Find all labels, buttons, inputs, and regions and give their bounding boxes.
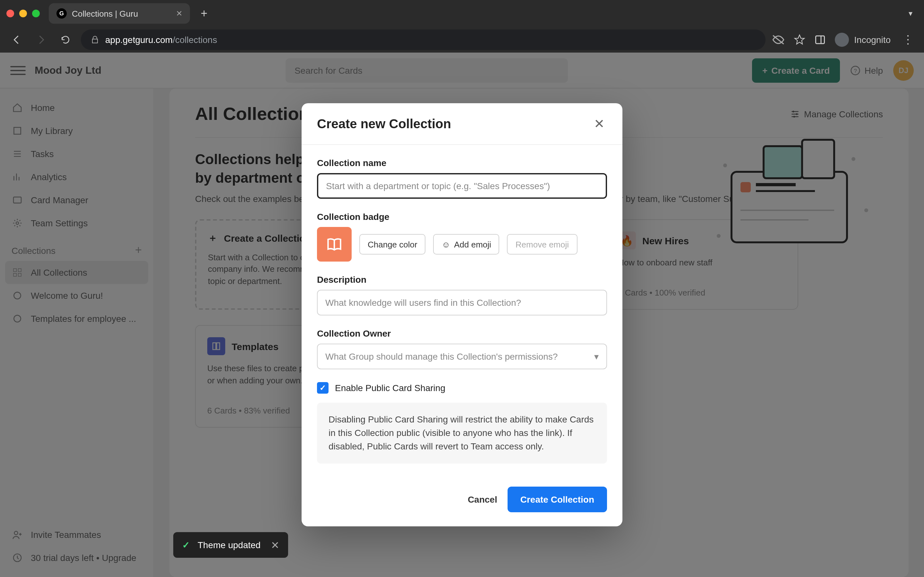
close-window-icon[interactable] [6,10,14,17]
incognito-label: Incognito [854,35,891,45]
guru-favicon-icon: G [57,8,67,19]
check-icon: ✓ [182,540,190,550]
panel-icon[interactable] [814,34,826,45]
change-color-button[interactable]: Change color [359,234,426,255]
book-open-icon [326,236,342,253]
maximize-window-icon[interactable] [32,10,40,17]
check-icon: ✓ [320,384,326,392]
browser-chrome: G Collections | Guru × + ▾ app. [0,0,924,53]
description-input[interactable] [317,290,607,316]
incognito-icon [835,33,849,47]
tab-list-chevron-icon[interactable]: ▾ [903,9,918,18]
modal-title: Create new Collection [317,116,451,131]
svg-rect-0 [816,36,825,44]
owner-select[interactable]: What Group should manage this Collection… [317,343,607,369]
public-sharing-info: Disabling Public Card Sharing will restr… [317,403,607,464]
minimize-window-icon[interactable] [19,10,27,17]
forward-button[interactable] [32,31,50,49]
add-emoji-button[interactable]: ☺ Add emoji [433,234,499,255]
browser-tab[interactable]: G Collections | Guru × [49,3,190,24]
cancel-button[interactable]: Cancel [468,494,497,504]
arrow-left-icon [11,34,23,45]
toast-message: Theme updated [198,540,260,550]
url-text: app.getguru.com/collections [105,35,217,45]
public-sharing-checkbox[interactable]: ✓ [317,382,328,394]
window-controls[interactable] [6,10,40,17]
reload-icon [60,35,71,45]
badge-preview [317,227,352,261]
toast: ✓ Theme updated ✕ [173,532,288,558]
back-button[interactable] [8,31,26,49]
remove-emoji-label: Remove emoji [515,239,569,249]
close-icon: ✕ [594,116,605,131]
lock-icon [91,36,99,44]
create-collection-button[interactable]: Create Collection [507,487,607,512]
create-collection-label: Create Collection [520,494,594,504]
incognito-eye-icon[interactable] [772,33,785,46]
reload-button[interactable] [57,31,74,49]
description-label: Description [317,274,607,285]
change-color-label: Change color [368,239,417,249]
tab-close-icon[interactable]: × [176,8,182,19]
arrow-right-icon [35,34,47,45]
collection-badge-label: Collection badge [317,211,607,222]
star-icon[interactable] [794,34,805,45]
owner-placeholder: What Group should manage this Collection… [325,351,557,362]
address-bar: app.getguru.com/collections Incognito ⋮ [0,27,924,53]
url-field[interactable]: app.getguru.com/collections [81,29,766,50]
public-sharing-label: Enable Public Card Sharing [335,383,445,393]
collection-name-label: Collection name [317,158,607,168]
remove-emoji-button[interactable]: Remove emoji [507,234,577,255]
incognito-badge[interactable]: Incognito [835,33,891,47]
new-tab-button[interactable]: + [195,5,213,23]
tab-bar: G Collections | Guru × + ▾ [0,0,924,27]
toast-close-button[interactable]: ✕ [271,539,279,551]
owner-label: Collection Owner [317,328,607,338]
emoji-icon: ☺ [442,239,451,249]
modal-close-button[interactable]: ✕ [591,116,607,131]
cancel-label: Cancel [468,494,497,504]
browser-menu-icon[interactable]: ⋮ [900,33,916,47]
tab-title: Collections | Guru [72,9,138,18]
chevron-down-icon: ▾ [594,351,599,362]
add-emoji-label: Add emoji [454,239,491,249]
create-collection-modal: Create new Collection ✕ Collection name … [302,103,622,526]
collection-name-input[interactable] [317,173,607,199]
